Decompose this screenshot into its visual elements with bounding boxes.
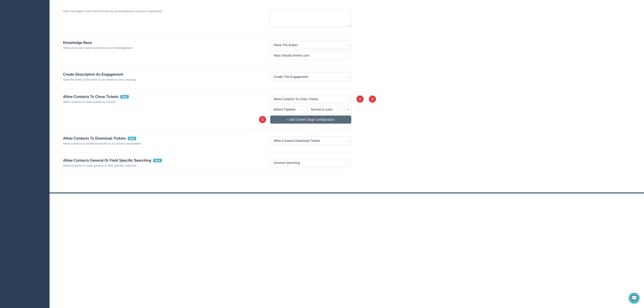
download-tickets-row: Allow Contacts To Download Tickets New A… bbox=[63, 130, 351, 152]
hide-messages-section: Hide messages in the ticket threads by e… bbox=[63, 0, 351, 34]
close-tickets-title: Allow Contacts To Close Tickets bbox=[63, 95, 118, 99]
download-tickets-select-wrapper: Allow Contacts Download Tickets Don't Al… bbox=[270, 136, 351, 145]
knowledge-base-info: Knowledge Base Allow your users quick ac… bbox=[63, 41, 261, 50]
close-tickets-select-wrapper: Allow Contacts To Close Tickets Don't Al… bbox=[270, 95, 351, 103]
new-badge-searching: New bbox=[153, 159, 162, 162]
create-engagement-desc: Save the body of the ticket as an email … bbox=[63, 78, 261, 82]
new-badge: New bbox=[120, 95, 129, 98]
close-tickets-control: Allow Contacts To Close Tickets Don't Al… bbox=[270, 95, 351, 124]
download-tickets-desc: Allow contacts to download tickets to an… bbox=[63, 142, 261, 146]
general-searching-select[interactable]: General Searching Field Specific Searchi… bbox=[270, 158, 351, 167]
create-engagement-info: Create Description As Engagement Save th… bbox=[63, 72, 261, 82]
general-searching-info: Allow Contacts General Or Field Specific… bbox=[63, 158, 261, 168]
close-tickets-info: Allow Contacts To Close Tickets New Allo… bbox=[63, 95, 261, 104]
step-1-indicator: 1 bbox=[259, 116, 266, 123]
general-searching-control: General Searching Field Specific Searchi… bbox=[270, 158, 351, 167]
pipeline-select-wrapper: Bakery Pipeline ⌄ bbox=[270, 105, 306, 114]
knowledge-base-title: Knowledge Base bbox=[63, 41, 92, 45]
chat-icon: 💬 bbox=[631, 295, 637, 301]
hide-messages-info: Hide messages in the ticket threads by e… bbox=[63, 9, 261, 14]
pipeline-row: Bakery Pipeline ⌄ Served to custo ⌄ × bbox=[270, 105, 351, 114]
pipeline-select[interactable]: Bakery Pipeline bbox=[270, 105, 306, 114]
knowledge-base-row: Knowledge Base Allow your users quick ac… bbox=[63, 34, 351, 66]
create-engagement-select[interactable]: Create The Engagement Don't Create bbox=[270, 72, 351, 81]
step-3-indicator: 3 bbox=[369, 96, 376, 103]
download-tickets-select[interactable]: Allow Contacts Download Tickets Don't Al… bbox=[270, 136, 351, 145]
bottom-border bbox=[50, 192, 644, 194]
sidebar bbox=[0, 0, 50, 308]
create-engagement-title: Create Description As Engagement bbox=[63, 72, 123, 76]
download-tickets-control: Allow Contacts Download Tickets Don't Al… bbox=[270, 136, 351, 145]
general-searching-title: Allow Contacts General Or Field Specific… bbox=[63, 158, 151, 162]
create-engagement-control: Create The Engagement Don't Create ⌄ bbox=[270, 72, 351, 81]
close-tickets-row: Allow Contacts To Close Tickets New Allo… bbox=[63, 88, 351, 130]
knowledge-base-desc: Allow your users quick access to your kn… bbox=[63, 46, 261, 50]
knowledge-base-select[interactable]: Show The Button Hide The Button bbox=[270, 41, 351, 49]
chat-bubble-button[interactable]: 💬 bbox=[629, 293, 640, 304]
close-tickets-select[interactable]: Allow Contacts To Close Tickets Don't Al… bbox=[270, 95, 351, 103]
main-content: Hide messages in the ticket threads by e… bbox=[50, 0, 644, 308]
knowledge-base-select-wrapper: Show The Button Hide The Button ⌄ bbox=[270, 41, 351, 49]
create-engagement-select-wrapper: Create The Engagement Don't Create ⌄ bbox=[270, 72, 351, 81]
general-searching-select-wrapper: General Searching Field Specific Searchi… bbox=[270, 158, 351, 167]
add-closed-stage-button[interactable]: + Add Closed Stage Configuration bbox=[270, 116, 351, 124]
hide-messages-sublabel: (comma seperated) bbox=[136, 10, 162, 13]
general-searching-row: Allow Contacts General Or Field Specific… bbox=[63, 152, 351, 174]
new-badge-download: New bbox=[128, 137, 136, 140]
general-searching-desc: Allow contacts to make general or field … bbox=[63, 164, 261, 168]
knowledge-base-control: Show The Button Hide The Button ⌄ bbox=[270, 41, 351, 60]
download-tickets-title: Allow Contacts To Download Tickets bbox=[63, 136, 126, 140]
close-tickets-desc: Allow contacts to mark tickets as closed… bbox=[63, 100, 261, 104]
download-tickets-info: Allow Contacts To Download Tickets New A… bbox=[63, 136, 261, 146]
hide-messages-textarea[interactable] bbox=[270, 9, 351, 27]
step-2-indicator: 2 bbox=[356, 96, 364, 103]
hide-messages-label: Hide messages in the ticket threads by e… bbox=[63, 10, 136, 13]
stage-select[interactable]: Served to custo bbox=[307, 105, 343, 114]
stage-select-wrapper: Served to custo ⌄ bbox=[307, 105, 343, 114]
remove-stage-button[interactable]: × bbox=[344, 105, 351, 114]
knowledge-base-url-input[interactable] bbox=[270, 51, 351, 60]
create-engagement-row: Create Description As Engagement Save th… bbox=[63, 66, 351, 88]
